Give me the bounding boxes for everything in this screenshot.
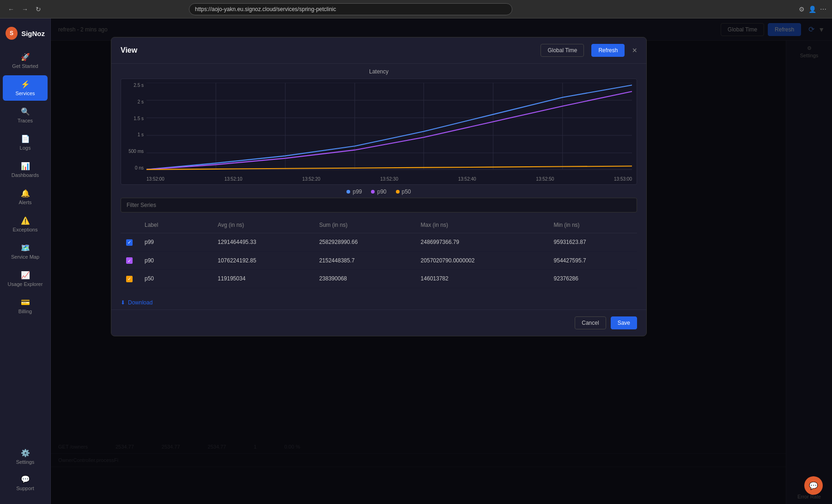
sidebar-item-usage-explorer[interactable]: 📈 Usage Explorer [3, 266, 48, 291]
sum-cell-p90: 2152448385.7 [314, 251, 415, 270]
legend-p99-label: p99 [352, 188, 362, 195]
sidebar-item-alerts[interactable]: 🔔 Alerts [3, 184, 48, 210]
usage-explorer-icon: 📈 [21, 271, 30, 279]
service-map-icon: 🗺️ [21, 243, 30, 252]
global-time-modal-button[interactable]: Global Time [540, 44, 584, 57]
col-header-checkbox [121, 217, 139, 233]
table-row: ✓ p90 1076224192.85 2152448385.7 2057020… [121, 251, 637, 270]
billing-icon: 💳 [21, 298, 30, 307]
sidebar-item-logs[interactable]: 📄 Logs [3, 130, 48, 155]
chart-container: 2.5 s 2 s 1.5 s 1 s 500 ms 0 ns [121, 79, 637, 185]
sidebar-item-get-started[interactable]: 🚀 Get Started [3, 48, 48, 73]
modal-footer: Cancel Save [111, 310, 646, 336]
legend-p90-label: p90 [377, 188, 386, 195]
services-icon: ⚡ [21, 80, 30, 89]
data-table: Label Avg (in ns) Sum (in ns) Max (in ns… [121, 217, 637, 288]
sidebar-item-label: Support [16, 486, 34, 491]
sum-cell-p50: 238390068 [314, 270, 415, 288]
checkbox-p90[interactable]: ✓ [126, 257, 133, 264]
logo-icon: S [6, 27, 18, 40]
sidebar-item-label: Usage Explorer [8, 281, 43, 287]
reload-button[interactable]: ↻ [33, 5, 43, 14]
chart-legend: p99 p90 p50 [121, 185, 637, 197]
back-button[interactable]: ← [6, 5, 17, 14]
sidebar-item-services[interactable]: ⚡ Services [3, 75, 48, 101]
sidebar-item-label: Get Started [12, 63, 38, 69]
sidebar-item-traces[interactable]: 🔍 Traces [3, 103, 48, 128]
table-header: Label Avg (in ns) Sum (in ns) Max (in ns… [121, 217, 637, 233]
forward-button[interactable]: → [19, 5, 30, 14]
modal-overlay[interactable]: View Global Time Refresh × Latency 2.5 s [51, 18, 832, 504]
url-bar[interactable]: https://aojo-yakn.eu.signoz.cloud/servic… [189, 3, 512, 15]
legend-p99: p99 [346, 188, 362, 195]
sidebar-item-label: Settings [16, 459, 35, 465]
sidebar-item-settings[interactable]: ⚙️ Settings [3, 444, 48, 469]
settings-icon: ⚙️ [21, 449, 30, 457]
label-cell-p50: p50 [139, 270, 189, 288]
alerts-icon: 🔔 [21, 189, 30, 198]
logs-icon: 📄 [21, 134, 30, 143]
chat-bubble-button[interactable]: 💬 [804, 476, 823, 495]
col-header-sum: Sum (in ns) [314, 217, 415, 233]
modal-title: View [121, 46, 137, 55]
logo-text: SigNoz [21, 30, 45, 37]
app-logo: S SigNoz [0, 22, 50, 47]
max-cell-p99: 2486997366.79 [415, 233, 548, 252]
cancel-button[interactable]: Cancel [575, 316, 606, 329]
sidebar-item-label: Dashboards [12, 172, 39, 178]
col-header-spacer [189, 217, 212, 233]
sidebar-item-label: Services [15, 91, 35, 96]
browser-chrome: ← → ↻ https://aojo-yakn.eu.signoz.cloud/… [0, 0, 832, 18]
legend-p50-dot [396, 190, 400, 194]
menu-icon: ⋯ [820, 6, 826, 13]
col-header-avg: Avg (in ns) [212, 217, 314, 233]
spacer-cell-p99 [189, 233, 212, 252]
avg-cell-p90: 1076224192.85 [212, 251, 314, 270]
filter-series-input[interactable] [121, 198, 637, 213]
sidebar-item-label: Exceptions [13, 227, 38, 232]
get-started-icon: 🚀 [21, 53, 30, 61]
sidebar-bottom: ⚙️ Settings 💬 Support [0, 443, 50, 504]
chart-plot [146, 83, 632, 170]
sidebar-item-label: Service Map [11, 254, 39, 260]
label-cell-p90: p90 [139, 251, 189, 270]
modal-close-button[interactable]: × [632, 46, 637, 55]
min-cell-p50: 92376286 [548, 270, 637, 288]
browser-nav-controls: ← → ↻ [6, 5, 43, 14]
download-area[interactable]: ⬇ Download [111, 296, 646, 310]
sidebar-item-support[interactable]: 💬 Support [3, 470, 48, 496]
dashboards-icon: 📊 [21, 162, 30, 170]
spacer-cell-p90 [189, 251, 212, 270]
extensions-icon: ⚙ [799, 6, 805, 13]
save-button[interactable]: Save [611, 316, 637, 329]
app-layout: S SigNoz 🚀 Get Started ⚡ Services 🔍 Trac… [0, 18, 832, 504]
checkbox-p50[interactable]: ✓ [126, 276, 133, 282]
checkbox-cell-p90: ✓ [121, 251, 139, 270]
sidebar-item-billing[interactable]: 💳 Billing [3, 293, 48, 319]
legend-p90: p90 [371, 188, 386, 195]
sum-cell-p99: 2582928990.66 [314, 233, 415, 252]
checkbox-p99[interactable]: ✓ [126, 239, 133, 246]
refresh-modal-button[interactable]: Refresh [591, 44, 625, 57]
sidebar-item-label: Alerts [18, 200, 31, 205]
support-icon: 💬 [21, 475, 30, 484]
table-row: ✓ p50 119195034 238390068 146013782 9237… [121, 270, 637, 288]
browser-actions: ⚙ 👤 ⋯ [799, 6, 826, 13]
chart-area: Latency 2.5 s 2 s 1.5 s 1 s 500 ms 0 ns [111, 64, 646, 193]
sidebar-item-exceptions[interactable]: ⚠️ Exceptions [3, 212, 48, 237]
sidebar-item-dashboards[interactable]: 📊 Dashboards [3, 157, 48, 182]
download-icon: ⬇ [121, 299, 125, 306]
chart-x-axis: 13:52:00 13:52:10 13:52:20 13:52:30 13:5… [146, 176, 632, 182]
checkbox-cell-p50: ✓ [121, 270, 139, 288]
sidebar-item-service-map[interactable]: 🗺️ Service Map [3, 239, 48, 264]
chart-title: Latency [121, 68, 637, 75]
min-cell-p99: 95931623.87 [548, 233, 637, 252]
sidebar-item-label: Traces [18, 118, 33, 123]
max-cell-p90: 2057020790.0000002 [415, 251, 548, 270]
legend-p50-label: p50 [402, 188, 411, 195]
avg-cell-p99: 1291464495.33 [212, 233, 314, 252]
legend-p90-dot [371, 190, 375, 194]
col-header-max: Max (in ns) [415, 217, 548, 233]
min-cell-p90: 954427595.7 [548, 251, 637, 270]
spacer-cell-p50 [189, 270, 212, 288]
